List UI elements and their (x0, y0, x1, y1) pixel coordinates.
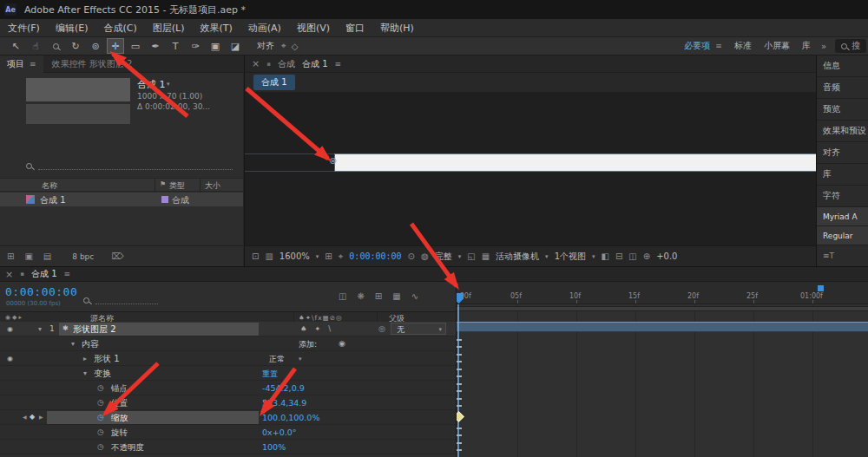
view-options-icon[interactable]: ⊡ (252, 251, 259, 261)
snap-option-icon[interactable]: ⌖ (281, 41, 286, 51)
current-time-field[interactable]: 0:00:00:00 (5, 285, 77, 298)
exposure-value[interactable]: +0.0 (656, 251, 677, 261)
add-shape-button-icon[interactable]: ◉ (339, 339, 345, 348)
comp-timecode[interactable]: 0:00:00:00 (349, 251, 401, 261)
property-row-opacity[interactable]: ◷ 不透明度 100% (0, 440, 456, 454)
property-value[interactable]: 100.0,100.0% (262, 413, 319, 422)
contents-label[interactable]: 内容 (82, 338, 99, 350)
column-name[interactable]: 名称 (42, 180, 57, 192)
column-size[interactable]: 大小 (205, 180, 220, 192)
fast-preview-icon[interactable]: ⊟ (615, 251, 622, 261)
layer-expander-icon[interactable]: ▾ (38, 325, 42, 333)
chevron-down-icon[interactable]: ▾ (458, 253, 462, 260)
comp-marker[interactable] (818, 285, 824, 291)
property-row-anchor-point[interactable]: ◷ 锚点 -454.2,0.9 (0, 381, 456, 395)
hide-shy-layers-icon[interactable]: ⊞ (375, 291, 382, 301)
mini-timeline-icon[interactable]: ◫ (628, 251, 636, 261)
contents-group-row[interactable]: ▾ 内容 添加: ◉ (0, 336, 456, 351)
brush-tool[interactable]: ✑ (187, 38, 204, 54)
view-layout-select[interactable]: 1个视图 (555, 251, 586, 263)
tab-comp-name[interactable]: 合成 1 (302, 58, 328, 70)
chevron-down-icon[interactable]: ▾ (316, 253, 319, 260)
chevron-down-icon[interactable]: ▾ (299, 356, 302, 362)
group-expander-icon[interactable]: ▾ (71, 340, 75, 348)
project-search-icon[interactable] (26, 163, 32, 169)
anchor-point-icon[interactable]: ⊗ (329, 155, 337, 166)
timeline-tab-comp[interactable]: 合成 1 (31, 268, 57, 280)
parent-dropdown[interactable]: 无 ▾ (391, 323, 446, 335)
close-icon[interactable]: × (252, 58, 260, 69)
tab-effect-controls[interactable]: 效果控件 形状图层 2 (52, 58, 133, 70)
pan-behind-anchor-tool[interactable]: ✛ (107, 38, 124, 54)
menu-item-effect[interactable]: 效果(T) (192, 22, 240, 35)
comp-mini-flowchart-icon[interactable]: ◫ (339, 291, 346, 301)
pixel-aspect-icon[interactable]: ◧ (602, 251, 609, 261)
menu-item-composition[interactable]: 合成(C) (95, 22, 144, 35)
property-value[interactable]: 553.4,34.9 (262, 398, 306, 408)
property-value[interactable]: 100% (262, 442, 286, 452)
shape-layer-preview[interactable] (335, 154, 817, 171)
layer-name[interactable]: 形状图层 2 (73, 323, 116, 336)
grid-guides-icon[interactable]: ⊞ (325, 251, 332, 261)
magnification-value[interactable]: 1600% (279, 251, 310, 261)
workspace-tab-standard[interactable]: 标准 (734, 40, 752, 52)
pen-tool[interactable]: ✒ (147, 38, 164, 54)
transform-reset-link[interactable]: 重置 (262, 369, 278, 380)
menu-item-file[interactable]: 文件(F) (0, 22, 48, 35)
comp-viewer[interactable]: ⊗ (245, 92, 817, 245)
new-folder-icon[interactable]: ▣ (24, 251, 32, 261)
parent-pickwhip-icon[interactable]: ◎ (378, 324, 385, 333)
timeline-search-input[interactable] (95, 293, 158, 304)
group-expander-icon[interactable]: ▾ (83, 369, 87, 377)
column-type[interactable]: 类型 (169, 180, 185, 192)
snapshot-icon[interactable]: ⊙ (408, 251, 415, 261)
mask-visibility-icon[interactable]: ▥ (265, 251, 273, 261)
property-row-rotation[interactable]: ◷ 旋转 0x+0.0° (0, 425, 456, 440)
layer-switches-icons[interactable]: ♠ ✦ \ (300, 324, 333, 333)
camera-tool[interactable]: ⊚ (87, 38, 104, 54)
shape-tool[interactable]: ▭ (127, 38, 144, 54)
chevron-down-icon[interactable]: ▾ (167, 81, 170, 88)
column-divider[interactable] (200, 179, 201, 193)
property-row-position[interactable]: ◷ 位置 553.4,34.9 (0, 395, 456, 410)
bit-depth-button[interactable]: 8 bpc (72, 252, 94, 261)
scale-row-highlight[interactable] (47, 411, 259, 424)
shape-group-row[interactable]: ◉ ▸ 形状 1 正常 ▾ (0, 351, 456, 366)
help-search-box[interactable]: 搜 (835, 39, 866, 53)
snap-option2-icon[interactable]: ◇ (292, 42, 299, 51)
eye-icon[interactable]: ◉ (7, 355, 13, 362)
group-expander-icon[interactable]: ▸ (83, 355, 87, 362)
stopwatch-active-icon[interactable]: ◷ (97, 413, 104, 421)
property-row-scale[interactable]: ◀ ◆ ▶ ◷ 缩放 100.0,100.0% (0, 410, 456, 425)
panel-tab-info[interactable]: 信息 (817, 55, 868, 77)
panel-tab-align[interactable]: 对齐 (817, 142, 868, 164)
rotation-tool[interactable]: ↻ (67, 38, 84, 54)
property-value[interactable]: 0x+0.0° (262, 428, 296, 437)
panel-menu-icon[interactable]: ≡ (30, 60, 36, 69)
type-tool[interactable]: T (167, 38, 184, 54)
stopwatch-icon[interactable]: ◷ (97, 428, 104, 436)
panel-tab-audio[interactable]: 音频 (817, 77, 868, 99)
font-style-select[interactable]: Regular (817, 226, 868, 245)
tab-project[interactable]: 项目 ≡ (0, 55, 43, 73)
panel-menu-icon[interactable]: ≡ (64, 270, 71, 278)
timeline-track-area[interactable]: :00f 05f 10f 15f 20f 25f 01:00f (456, 282, 868, 457)
eye-icon[interactable]: ◉ (7, 325, 13, 333)
property-value[interactable]: -454.2,0.9 (262, 383, 305, 393)
zoom-tool[interactable] (47, 38, 64, 54)
selection-tool[interactable]: ↖ (7, 38, 24, 54)
chevron-down-icon[interactable]: ▾ (545, 253, 549, 260)
timeline-search-icon[interactable] (83, 297, 89, 304)
panel-tab-effects-presets[interactable]: 效果和预设 (817, 121, 868, 142)
transform-group-row[interactable]: ▾ 变换 重置 (0, 366, 456, 381)
menu-item-animation[interactable]: 动画(A) (240, 22, 289, 35)
project-item-name[interactable]: 合成 1 (40, 194, 66, 206)
stopwatch-icon[interactable]: ◷ (97, 398, 104, 407)
close-icon[interactable]: × (5, 269, 13, 280)
shape-group-label[interactable]: 形状 1 (94, 353, 120, 365)
resolution-select[interactable]: 完整 (435, 251, 452, 263)
clone-stamp-tool[interactable]: ▣ (207, 38, 224, 54)
panel-tab-preview[interactable]: 预览 (817, 99, 868, 121)
project-search-input[interactable] (38, 158, 233, 170)
workspace-tab-libraries[interactable]: 库 (802, 40, 811, 52)
